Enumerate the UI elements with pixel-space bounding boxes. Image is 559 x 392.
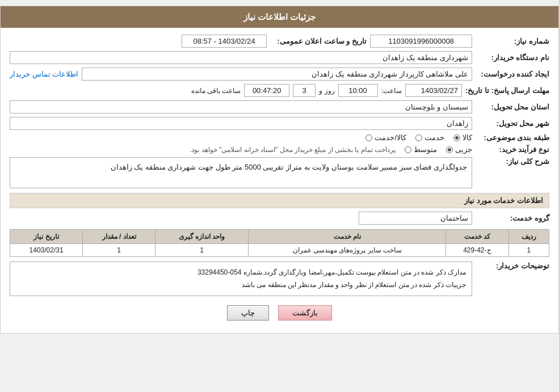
row-need-number: شماره نیاز: 1103091996000008 تاریخ و ساع… xyxy=(10,35,549,48)
process-label: نوع فرآیند خرید: xyxy=(476,145,549,154)
radio-khadamat-circle xyxy=(415,134,422,141)
col-header-name: نام خدمت xyxy=(249,230,446,244)
cell-qty: 1 xyxy=(83,244,155,257)
cell-row: 1 xyxy=(508,244,549,257)
reply-time: 10:00 xyxy=(338,84,378,97)
reply-time-label: ساعت: xyxy=(381,87,402,95)
row-creator: ایجاد کننده درخواست: علی ملاشاهی کارپردا… xyxy=(10,68,549,81)
radio-kala-label: کالا xyxy=(463,133,472,142)
reply-days: 3 xyxy=(293,84,316,97)
radio-motavaset-label: متوسط xyxy=(414,145,437,154)
page-header: جزئیات اطلاعات نیاز xyxy=(1,6,558,28)
col-header-row: ردیف xyxy=(508,230,549,244)
services-section-title: اطلاعات خدمات مورد نیاز xyxy=(10,193,549,208)
services-table-section: ردیف کد خدمت نام خدمت واحد اندازه گیری ت… xyxy=(10,229,549,257)
process-desc: پرداخت تمام یا بخشی از مبلغ خریداز محل "… xyxy=(190,146,396,154)
province-value: سیستان و بلوچستان xyxy=(10,100,472,113)
service-group-label: گروه خدمت: xyxy=(476,214,549,222)
row-province: استان محل تحویل: سیستان و بلوچستان xyxy=(10,100,549,113)
row-category: طبقه بندی موضوعی: کالا/خدمت خدمت کالا xyxy=(10,133,549,142)
category-label: طبقه بندی موضوعی: xyxy=(476,133,549,142)
reply-days-label: روز و xyxy=(319,87,334,95)
content-area: شماره نیاز: 1103091996000008 تاریخ و ساع… xyxy=(1,28,558,333)
radio-kala-khadamat-label: کالا/خدمت xyxy=(375,133,406,142)
radio-khadamat-label: خدمت xyxy=(424,133,444,142)
need-number-value: 1103091996000008 xyxy=(370,35,472,48)
process-radio-group: متوسط جزیی xyxy=(405,145,472,154)
radio-kala[interactable]: کالا xyxy=(453,133,472,142)
radio-kala-circle xyxy=(453,134,460,141)
cell-unit: 1 xyxy=(155,244,249,257)
row-need-desc: شرح کلی نیاز: جدولگذاری فضای سبز مسیر سل… xyxy=(10,157,549,188)
col-header-unit: واحد اندازه گیری xyxy=(155,230,249,244)
radio-kala-khadamat-circle xyxy=(365,134,372,141)
need-number-label: شماره نیاز: xyxy=(476,37,549,45)
buyer-notes-label: توضیحات خریدار: xyxy=(476,262,549,270)
creator-value: علی ملاشاهی کارپرداز شهرداری منطقه یک زا… xyxy=(82,68,472,81)
category-radio-group: کالا/خدمت خدمت کالا xyxy=(365,133,472,142)
remaining-label: ساعت باقی مانده xyxy=(191,87,241,95)
announce-date-label: تاریخ و ساعت اعلان عمومی: xyxy=(270,37,367,45)
print-button[interactable]: چاپ xyxy=(227,305,269,321)
city-value: زاهدان xyxy=(10,117,472,130)
buyer-org-value: شهرداری منطقه یک زاهدان xyxy=(10,51,472,64)
city-label: شهر محل تحویل: xyxy=(476,119,549,128)
radio-kala-khadamat[interactable]: کالا/خدمت xyxy=(365,133,406,142)
row-city: شهر محل تحویل: زاهدان xyxy=(10,117,549,130)
service-group-value: ساختمان xyxy=(359,212,472,225)
radio-jozii-circle xyxy=(446,146,453,153)
buyer-org-label: نام دستگاه خریدار: xyxy=(476,53,549,62)
need-desc-label: شرح کلی نیاز: xyxy=(476,157,549,166)
col-header-code: کد خدمت xyxy=(446,230,508,244)
row-process: نوع فرآیند خرید: متوسط جزیی پرداخت تمام … xyxy=(10,145,549,154)
row-service-group: گروه خدمت: ساختمان xyxy=(10,212,549,225)
page-wrapper: جزئیات اطلاعات نیاز شماره نیاز: 11030919… xyxy=(0,6,559,334)
services-table: ردیف کد خدمت نام خدمت واحد اندازه گیری ت… xyxy=(10,229,549,257)
row-buyer-org: نام دستگاه خریدار: شهرداری منطقه یک زاهد… xyxy=(10,51,549,64)
contact-link[interactable]: اطلاعات تماس خریدار xyxy=(10,70,78,78)
row-reply-deadline: مهلت ارسال پاسخ: تا تاریخ: 1403/02/27 سا… xyxy=(10,84,549,97)
row-buyer-notes: توضیحات خریدار: مدارک ذکر شده در متن است… xyxy=(10,262,549,296)
radio-motavaset[interactable]: متوسط xyxy=(405,145,437,154)
reply-date: 1403/02/27 xyxy=(405,84,462,97)
col-header-qty: تعداد / مقدار xyxy=(83,230,155,244)
radio-jozii-label: جزیی xyxy=(455,145,472,154)
buyer-notes-value: مدارک ذکر شده در متن استعلام بپوست تکمیل… xyxy=(10,262,472,296)
back-button[interactable]: بازگشت xyxy=(278,305,332,321)
announce-date-value: 1403/02/24 - 08:57 xyxy=(182,35,267,48)
radio-jozii[interactable]: جزیی xyxy=(446,145,472,154)
reply-deadline-label: مهلت ارسال پاسخ: تا تاریخ: xyxy=(465,86,549,95)
province-label: استان محل تحویل: xyxy=(476,103,549,111)
radio-motavaset-circle xyxy=(405,146,411,153)
cell-code: ج-42-429 xyxy=(446,244,508,257)
cell-name: ساخت سایر پروژه‌های مهندسی عمران xyxy=(249,244,446,257)
cell-date: 1403/02/31 xyxy=(10,244,83,257)
radio-khadamat[interactable]: خدمت xyxy=(415,133,444,142)
bottom-buttons: بازگشت چاپ xyxy=(10,305,549,321)
header-title: جزئیات اطلاعات نیاز xyxy=(243,12,316,22)
table-row: 1 ج-42-429 ساخت سایر پروژه‌های مهندسی عم… xyxy=(10,244,549,257)
need-desc-value: جدولگذاری فضای سبز مسیر سلامت بوستان ولا… xyxy=(10,157,472,188)
remaining-time: 00:47:20 xyxy=(244,84,289,97)
col-header-date: تاریخ نیاز xyxy=(10,230,83,244)
creator-label: ایجاد کننده درخواست: xyxy=(476,70,549,78)
